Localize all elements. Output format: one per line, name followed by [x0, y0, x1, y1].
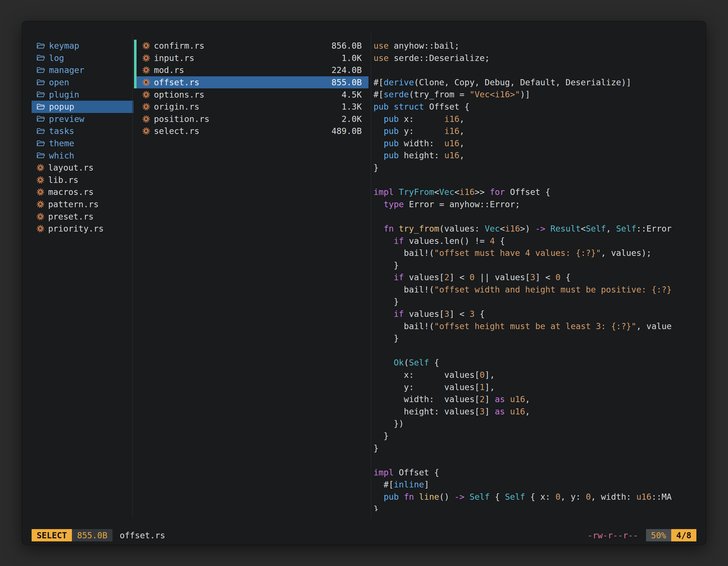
file-row-mod-rs[interactable]: Rmod.rs224.0B: [134, 64, 368, 76]
status-bar-right: -rw-r--r-- 50% 4/8: [588, 529, 696, 541]
sidebar-item-label: open: [49, 78, 69, 87]
sidebar-item-layout-rs[interactable]: Rlayout.rs: [32, 162, 133, 174]
file-row-select-rs[interactable]: Rselect.rs489.0B: [134, 125, 368, 137]
sidebar-item-label: preset.rs: [48, 212, 94, 222]
sidebar-item-preview[interactable]: preview: [32, 113, 133, 125]
file-size: 1.3K: [342, 102, 368, 112]
sidebar-item-label: plugin: [49, 90, 79, 100]
sidebar-item-label: lib.rs: [48, 175, 78, 185]
svg-text:R: R: [39, 202, 42, 206]
selection-marker: [134, 64, 137, 76]
code-line-4: #[derive(Clone, Copy, Debug, Default, De…: [374, 76, 699, 89]
svg-text:R: R: [145, 93, 148, 97]
sidebar-item-label: tasks: [49, 126, 74, 136]
sidebar-item-plugin[interactable]: plugin: [32, 88, 133, 101]
code-line-31: height: values[3] as u16,: [374, 405, 699, 418]
code-line-35: [374, 454, 699, 466]
sidebar-item-theme[interactable]: theme: [32, 137, 133, 150]
code-line-22: }: [374, 295, 699, 308]
folder-open-icon: [37, 140, 45, 147]
svg-text:R: R: [145, 44, 148, 48]
file-row-position-rs[interactable]: Rposition.rs2.0K: [134, 113, 368, 125]
svg-text:R: R: [39, 215, 42, 219]
sidebar-item-macros-rs[interactable]: Rmacros.rs: [32, 186, 133, 198]
folder-open-icon: [37, 103, 45, 111]
sidebar-item-label: keymap: [49, 41, 79, 51]
code-line-18: bail!("offset must have 4 values: {:?}",…: [374, 247, 699, 259]
code-line-8: pub y: i16,: [374, 125, 699, 137]
folder-open-icon: [37, 54, 45, 62]
file-row-origin-rs[interactable]: Rorigin.rs1.3K: [134, 101, 368, 113]
sidebar-item-label: popup: [49, 102, 74, 112]
sidebar-item-priority-rs[interactable]: Rpriority.rs: [32, 223, 133, 235]
folder-open-icon: [37, 115, 45, 123]
file-row-offset-rs[interactable]: Roffset.rs855.0B: [134, 76, 368, 89]
status-bar-left: SELECT 855.0B offset.rs: [32, 529, 165, 541]
code-line-5: #[serde(try_from = "Vec<i16>")]: [374, 88, 699, 101]
file-size: 855.0B: [332, 78, 368, 87]
code-line-32: }): [374, 417, 699, 430]
code-line-27: Ok(Self {: [374, 356, 699, 369]
sidebar-item-manager[interactable]: manager: [32, 64, 133, 76]
sidebar-item-label: preview: [49, 114, 84, 124]
pane-divider: [132, 34, 133, 518]
sidebar-item-pattern-rs[interactable]: Rpattern.rs: [32, 198, 133, 211]
cursor-position-badge: 4/8: [671, 529, 696, 541]
rust-icon: R: [37, 213, 44, 220]
code-line-25: }: [374, 332, 699, 344]
rust-icon: R: [142, 127, 150, 135]
file-row-input-rs[interactable]: Rinput.rs1.0K: [134, 52, 368, 64]
sidebar-item-preset-rs[interactable]: Rpreset.rs: [32, 210, 133, 223]
selected-filename: offset.rs: [120, 530, 165, 540]
svg-text:R: R: [145, 105, 148, 109]
preview-pane: use anyhow::bail;use serde::Deserialize;…: [374, 40, 699, 511]
file-row-confirm-rs[interactable]: Rconfirm.rs856.0B: [134, 40, 368, 52]
folder-open-icon: [37, 152, 45, 159]
svg-text:R: R: [145, 68, 148, 72]
file-name: origin.rs: [154, 102, 199, 112]
sidebar-item-label: theme: [49, 139, 74, 148]
svg-text:R: R: [39, 166, 42, 170]
code-line-3: [374, 64, 699, 76]
selection-marker: [134, 52, 137, 64]
desktop-background: keymaplogmanageropenpluginpopuppreviewta…: [0, 0, 728, 566]
scroll-percent-badge: 50%: [646, 529, 671, 541]
code-line-6: pub struct Offset {: [374, 101, 699, 113]
code-line-30: width: values[2] as u16,: [374, 393, 699, 405]
rust-icon: R: [37, 164, 44, 172]
sidebar-item-log[interactable]: log: [32, 52, 133, 64]
code-line-10: pub height: u16,: [374, 149, 699, 162]
rust-icon: R: [142, 115, 150, 123]
svg-text:R: R: [145, 56, 148, 60]
svg-text:R: R: [145, 129, 148, 133]
file-row-options-rs[interactable]: Roptions.rs4.5K: [134, 88, 368, 101]
parent-pane: keymaplogmanageropenpluginpopuppreviewta…: [32, 40, 133, 235]
code-line-16: fn try_from(values: Vec<i16>) -> Result<…: [374, 223, 699, 235]
rust-icon: R: [37, 188, 44, 196]
sidebar-item-tasks[interactable]: tasks: [32, 125, 133, 137]
file-size: 489.0B: [332, 126, 368, 136]
yazi-file-manager-window: keymaplogmanageropenpluginpopuppreviewta…: [22, 21, 706, 545]
current-pane: Rconfirm.rs856.0BRinput.rs1.0KRmod.rs224…: [134, 40, 368, 137]
sidebar-item-lib-rs[interactable]: Rlib.rs: [32, 174, 133, 186]
file-permissions: -rw-r--r--: [588, 530, 638, 540]
folder-open-icon: [37, 79, 45, 86]
sidebar-item-which[interactable]: which: [32, 149, 133, 162]
code-line-19: }: [374, 259, 699, 272]
rust-icon: R: [142, 91, 150, 98]
file-size: 856.0B: [332, 41, 368, 51]
code-line-20: if values[2] < 0 || values[3] < 0 {: [374, 271, 699, 283]
sidebar-item-open[interactable]: open: [32, 76, 133, 89]
code-line-1: use anyhow::bail;: [374, 40, 699, 52]
rust-icon: R: [142, 66, 150, 74]
rust-icon: R: [37, 176, 44, 184]
sidebar-item-keymap[interactable]: keymap: [32, 40, 133, 52]
code-line-37: #[inline]: [374, 478, 699, 491]
code-line-26: [374, 344, 699, 357]
code-line-36: impl Offset {: [374, 466, 699, 479]
selection-marker: [134, 40, 137, 52]
rust-icon: R: [142, 79, 150, 86]
sidebar-item-popup[interactable]: popup: [32, 101, 133, 113]
svg-text:R: R: [39, 227, 42, 231]
folder-open-icon: [37, 91, 45, 98]
